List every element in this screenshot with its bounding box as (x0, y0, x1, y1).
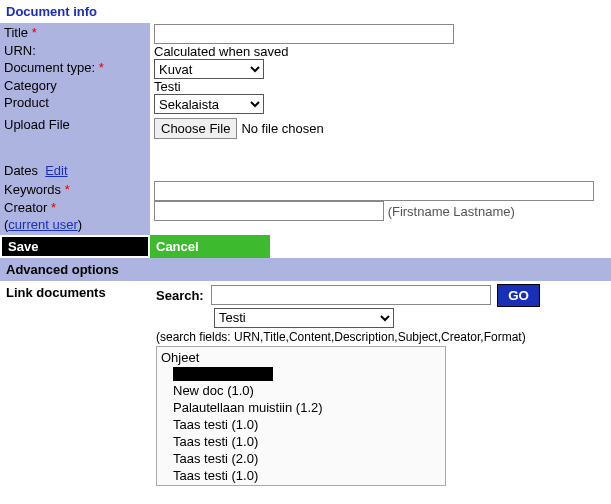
creator-hint: (Firstname Lastname) (388, 204, 515, 219)
label-category: Category (4, 78, 57, 93)
category-value: Testi (154, 79, 181, 94)
search-input[interactable] (211, 285, 491, 305)
keywords-input[interactable] (154, 181, 594, 201)
save-button[interactable]: Save (0, 235, 150, 258)
label-link-documents: Link documents (6, 285, 106, 300)
link-documents-table: Link documents Search: GO Testi (search … (0, 281, 611, 490)
doctype-select[interactable]: Kuvat (154, 59, 264, 79)
label-urn: URN: (4, 43, 36, 58)
result-item[interactable]: Taas testi (1.0) (161, 484, 441, 486)
required-mark: * (32, 25, 37, 40)
search-results[interactable]: OhjeetNew doc (1.0)Palautellaan muistiin… (156, 346, 446, 486)
label-dates: Dates (4, 163, 38, 178)
label-upload: Upload File (4, 117, 70, 132)
required-mark: * (99, 60, 104, 75)
search-hint: (search fields: URN,Title,Content,Descri… (156, 330, 605, 344)
result-item[interactable]: Taas testi (2.0) (161, 450, 441, 467)
search-scope-select[interactable]: Testi (214, 308, 394, 328)
section-document-info: Document info (0, 0, 611, 23)
product-select[interactable]: Sekalaista (154, 94, 264, 114)
required-mark: * (51, 200, 56, 215)
creator-input[interactable] (154, 201, 384, 221)
cancel-button[interactable]: Cancel (150, 235, 270, 258)
label-title: Title (4, 25, 28, 40)
edit-dates-link[interactable]: Edit (45, 163, 67, 178)
result-item[interactable]: New doc (1.0) (161, 382, 441, 399)
required-mark: * (65, 182, 70, 197)
result-item[interactable]: Taas testi (1.0) (161, 467, 441, 484)
label-creator: Creator (4, 200, 47, 215)
choose-file-button[interactable]: Choose File (154, 118, 237, 139)
urn-value: Calculated when saved (154, 44, 288, 59)
go-button[interactable]: GO (498, 285, 539, 306)
result-item[interactable]: Taas testi (1.0) (161, 433, 441, 450)
title-input[interactable] (154, 24, 454, 44)
result-item[interactable]: Palautellaan muistiin (1.2) (161, 399, 441, 416)
result-item-redacted[interactable] (173, 367, 273, 381)
current-user-link[interactable]: current user (8, 217, 77, 232)
label-search: Search: (156, 288, 204, 303)
result-item[interactable]: Taas testi (1.0) (161, 416, 441, 433)
label-doctype: Document type: (4, 60, 95, 75)
label-product: Product (4, 95, 49, 110)
no-file-text: No file chosen (241, 121, 323, 136)
form-table: Title * URN: Document type: * Category P… (0, 23, 611, 235)
advanced-options-bar[interactable]: Advanced options (0, 258, 611, 281)
result-item[interactable]: Ohjeet (161, 349, 441, 366)
label-keywords: Keywords (4, 182, 61, 197)
